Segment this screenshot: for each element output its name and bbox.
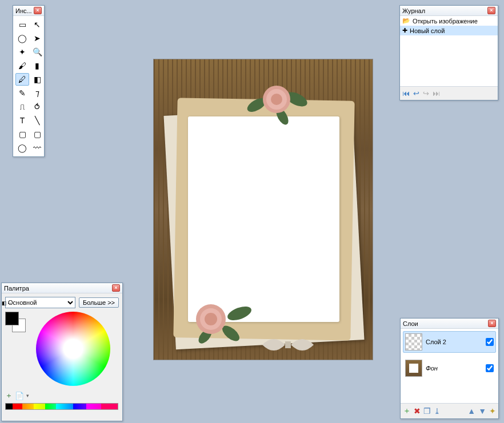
close-icon[interactable]: × <box>34 7 42 14</box>
journal-title: Журнал <box>402 7 425 14</box>
journal-item[interactable]: ✚Новый слой <box>400 26 498 35</box>
history-last-icon[interactable]: ⏭ <box>433 89 440 98</box>
tool-text[interactable]: T <box>15 114 29 127</box>
tools-title: Инс... <box>15 7 32 14</box>
color-mode-select[interactable]: Основной <box>5 297 75 308</box>
properties-icon[interactable]: ✦ <box>489 406 496 416</box>
history-undo-icon[interactable]: ↩ <box>413 89 419 98</box>
palette-doc-icon[interactable]: 📄 <box>15 392 24 400</box>
tool-brush[interactable]: 🖌 <box>15 59 29 72</box>
close-icon[interactable]: × <box>488 320 496 327</box>
layer-add-icon: ✚ <box>402 27 407 34</box>
tool-rounded-rect[interactable]: ▢ <box>30 128 44 140</box>
palette-panel: Палитра × Основной Больше >> ◧↔ ＋ 📄 ▾ <box>1 283 123 421</box>
delete-layer-icon[interactable]: ✖ <box>414 406 421 416</box>
layer-name-label: Слой 2 <box>426 339 482 345</box>
tools-panel: Инс... × ▭↖◯➤✦🔍🖌▮🖊◧✎⁊⎍⥀T╲▢▢◯〰 <box>13 5 45 157</box>
tool-pointer[interactable]: ➤ <box>30 32 44 45</box>
journal-list: 📂Открыть изображение✚Новый слой <box>400 16 498 87</box>
tool-marquee-rect[interactable]: ▭ <box>15 18 29 31</box>
primary-color-swatch[interactable] <box>5 312 19 325</box>
tool-eraser[interactable]: ◧ <box>30 73 44 86</box>
reset-swatch-icon[interactable]: ◧↔ <box>2 300 12 306</box>
expand-icon[interactable]: ▾ <box>26 393 29 398</box>
close-icon[interactable]: × <box>112 284 120 292</box>
svg-rect-12 <box>285 341 291 348</box>
layer-visibility-checkbox[interactable] <box>486 364 494 372</box>
journal-nav: ⏮ ↩ ↪ ⏭ <box>400 87 498 100</box>
journal-titlebar[interactable]: Журнал × <box>400 6 498 16</box>
close-icon[interactable]: × <box>487 7 495 14</box>
journal-item-label: Открыть изображение <box>413 18 478 25</box>
color-strip[interactable] <box>5 403 118 410</box>
layer-visibility-checkbox[interactable] <box>486 338 494 346</box>
more-button[interactable]: Больше >> <box>79 297 119 308</box>
tool-ellipse[interactable]: ◯ <box>15 142 29 154</box>
tool-pencil[interactable]: ✎ <box>15 87 29 99</box>
color-swatches[interactable] <box>5 312 25 331</box>
svg-point-11 <box>205 313 217 325</box>
tool-lasso[interactable]: ◯ <box>15 32 29 45</box>
palette-titlebar[interactable]: Палитра × <box>2 283 122 293</box>
tool-stamp[interactable]: ⎍ <box>15 100 29 113</box>
tool-magic-wand[interactable]: ✦ <box>15 46 29 58</box>
journal-item-label: Новый слой <box>410 27 445 34</box>
layer-thumbnail <box>405 360 422 377</box>
canvas[interactable] <box>153 59 373 360</box>
layer-name-label: Фон <box>426 365 482 372</box>
layer-row[interactable]: Слой 2 <box>403 331 496 353</box>
history-redo-icon[interactable]: ↪ <box>423 89 429 98</box>
move-up-icon[interactable]: ▲ <box>467 406 475 416</box>
layers-titlebar[interactable]: Слои × <box>401 319 498 329</box>
history-first-icon[interactable]: ⏮ <box>402 89 410 98</box>
layer-row[interactable]: Фон <box>403 357 496 379</box>
tool-rect[interactable]: ▢ <box>15 128 29 140</box>
tool-dropper[interactable]: ⁊ <box>30 87 44 99</box>
svg-point-6 <box>226 304 253 323</box>
tool-gradient[interactable]: ▮ <box>30 59 44 72</box>
tool-grid: ▭↖◯➤✦🔍🖌▮🖊◧✎⁊⎍⥀T╲▢▢◯〰 <box>13 16 44 156</box>
tools-titlebar[interactable]: Инс... × <box>13 6 44 16</box>
journal-item[interactable]: 📂Открыть изображение <box>400 16 498 26</box>
folder-icon: 📂 <box>402 17 410 25</box>
layers-list: Слой 2Фон <box>401 329 498 403</box>
layers-panel: Слои × Слой 2Фон ＋ ✖ ❐ ⤓ ▲ ▼ ✦ <box>400 318 499 419</box>
move-down-icon[interactable]: ▼ <box>478 406 486 416</box>
palette-title: Палитра <box>4 285 29 292</box>
journal-panel: Журнал × 📂Открыть изображение✚Новый слой… <box>399 5 498 100</box>
tool-paint-brush[interactable]: 🖊 <box>15 73 29 86</box>
tool-zoom[interactable]: 🔍 <box>30 46 44 58</box>
tool-line[interactable]: ╲ <box>30 114 44 127</box>
add-layer-icon[interactable]: ＋ <box>403 406 411 416</box>
layer-thumbnail <box>405 333 422 351</box>
add-color-icon[interactable]: ＋ <box>5 390 13 401</box>
color-wheel[interactable] <box>36 312 110 386</box>
tool-clone[interactable]: ⥀ <box>30 100 44 113</box>
layers-title: Слои <box>403 320 418 327</box>
tool-freeform[interactable]: 〰 <box>30 142 44 154</box>
merge-down-icon[interactable]: ⤓ <box>434 406 441 416</box>
layers-toolbar: ＋ ✖ ❐ ⤓ ▲ ▼ ✦ <box>401 403 498 418</box>
tool-move[interactable]: ↖ <box>30 18 44 31</box>
svg-point-5 <box>271 94 282 105</box>
duplicate-layer-icon[interactable]: ❐ <box>423 406 431 416</box>
